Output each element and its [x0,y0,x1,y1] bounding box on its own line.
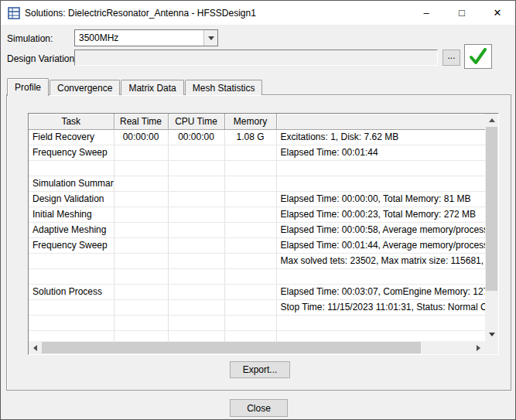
cell-cpu_time [168,299,224,315]
browse-button[interactable]: ... [443,50,460,66]
table-row[interactable] [29,315,485,330]
scroll-up-button[interactable] [485,114,498,127]
cell-info: Excitations: 1, Disk: 7.62 MB [276,129,485,145]
table-row[interactable]: Frequency SweepElapsed Time: 00:01:44, A… [29,237,485,253]
scroll-left-button[interactable] [29,341,42,354]
cell-memory [224,191,276,207]
cell-task [29,253,114,268]
scroll-left-icon [33,345,37,351]
cell-info: Elapsed Time: 00:00:00, Total Memory: 81… [276,191,485,207]
cell-memory [224,222,276,237]
cell-memory [224,284,276,299]
cell-memory [224,253,276,268]
header-info[interactable] [276,114,485,129]
cell-info: Elapsed Time: 00:01:44 [276,145,485,160]
cell-real_time [114,299,168,315]
table-row[interactable]: Adaptive MeshingElapsed Time: 00:00:58, … [29,222,485,237]
cell-task: Solution Process [29,284,114,299]
cell-task: Simulation Summary [29,176,114,191]
cell-real_time [114,191,168,207]
scroll-right-button[interactable] [472,341,485,354]
scroll-right-icon [477,345,480,351]
dropdown-arrow-button[interactable] [203,30,217,46]
design-variation-field[interactable] [74,50,438,66]
cell-memory [224,299,276,315]
apply-check-button[interactable] [464,44,492,69]
scroll-down-icon [489,333,495,336]
cell-info [276,268,485,284]
cell-cpu_time [168,268,224,284]
cell-cpu_time [168,207,224,222]
close-button[interactable]: ✕ [480,1,515,25]
header-memory[interactable]: Memory [224,114,276,129]
table-row[interactable]: Design ValidationElapsed Time: 00:00:00,… [29,191,485,207]
cell-memory [224,176,276,191]
cell-real_time [114,207,168,222]
cell-task [29,268,114,284]
close-dialog-button[interactable]: Close [230,399,288,417]
cell-task [29,299,114,315]
titlebar: Solutions: DielectricResonator_Antenna -… [1,1,515,25]
cell-info [276,330,485,341]
cell-info: Elapsed Time: 00:00:23, Total Memory: 27… [276,207,485,222]
table-row[interactable] [29,160,485,176]
simulation-dropdown[interactable]: 3500MHz [74,29,218,46]
table-row[interactable]: Frequency SweepElapsed Time: 00:01:44 [29,145,485,160]
cell-cpu_time: 00:00:00 [168,129,224,145]
cell-real_time [114,268,168,284]
cell-real_time [114,222,168,237]
design-variation-label: Design Variation: [7,53,77,64]
export-button[interactable]: Export... [230,361,290,378]
tab-mesh-statistics[interactable]: Mesh Statistics [185,80,263,95]
profile-table-viewport: Task Real Time CPU Time Memory Field Rec… [29,114,485,341]
cell-memory: 1.08 G [224,129,276,145]
header-task[interactable]: Task [29,114,114,129]
close-icon: ✕ [494,7,502,19]
header-real-time[interactable]: Real Time [114,114,168,129]
tab-convergence[interactable]: Convergence [50,80,120,95]
cell-task: Frequency Sweep [29,145,114,160]
cell-real_time [114,284,168,299]
table-row[interactable]: Stop Time: 11/15/2023 11:01:31, Status: … [29,299,485,315]
scroll-down-button[interactable] [485,328,498,341]
tab-matrix-data[interactable]: Matrix Data [121,80,183,95]
vertical-scrollbar[interactable] [485,114,498,341]
simulation-label: Simulation: [7,33,53,44]
cell-cpu_time [168,284,224,299]
maximize-button[interactable]: □ [444,1,480,25]
minimize-button[interactable]: – [408,1,444,25]
cell-cpu_time [168,191,224,207]
cell-memory [224,330,276,341]
solutions-dialog: Solutions: DielectricResonator_Antenna -… [0,0,516,420]
cell-cpu_time [168,176,224,191]
table-header-row: Task Real Time CPU Time Memory [29,114,485,129]
table-row[interactable] [29,330,485,341]
window-title: Solutions: DielectricResonator_Antenna -… [25,8,256,19]
minimize-icon: – [423,7,429,19]
cell-memory [224,145,276,160]
horizontal-scrollbar[interactable] [29,341,485,354]
window-controls: – □ ✕ [408,1,515,25]
cell-info: Elapsed Time: 00:01:44, Average memory/p… [276,237,485,253]
table-row[interactable]: Simulation Summary [29,176,485,191]
table-row[interactable]: Field Recovery00:00:0000:00:001.08 GExci… [29,129,485,145]
cell-task: Adaptive Meshing [29,222,114,237]
scrollbar-corner [485,341,498,354]
cell-real_time: 00:00:00 [114,129,168,145]
table-row[interactable]: Initial MeshingElapsed Time: 00:00:23, T… [29,207,485,222]
cell-task: Frequency Sweep [29,237,114,253]
table-row[interactable]: Max solved tets: 23502, Max matrix size:… [29,253,485,268]
table-row[interactable]: Solution ProcessElapsed Time: 00:03:07, … [29,284,485,299]
cell-real_time [114,176,168,191]
horizontal-scroll-thumb[interactable] [42,342,421,353]
vertical-scroll-thumb[interactable] [486,127,497,291]
table-row[interactable] [29,268,485,284]
check-icon [468,47,488,66]
chevron-down-icon [208,36,214,40]
header-cpu-time[interactable]: CPU Time [168,114,224,129]
cell-info: Stop Time: 11/15/2023 11:01:31, Status: … [276,299,485,315]
cell-memory [224,237,276,253]
cell-info [276,176,485,191]
cell-cpu_time [168,145,224,160]
tab-profile[interactable]: Profile [7,78,49,96]
